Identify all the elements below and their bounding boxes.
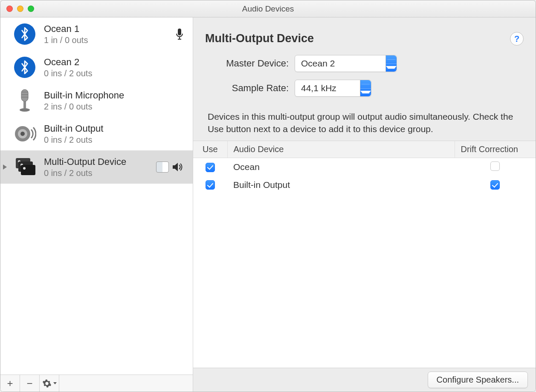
help-button[interactable]: ? bbox=[510, 32, 524, 46]
sidebar-toolbar: + − bbox=[0, 375, 193, 392]
finder-icon bbox=[156, 161, 169, 173]
window-controls bbox=[0, 6, 34, 12]
sample-rate-label: Sample Rate: bbox=[205, 83, 295, 94]
default-input-badge bbox=[176, 28, 188, 40]
gear-icon bbox=[42, 379, 52, 388]
expand-caret-icon[interactable] bbox=[3, 164, 7, 170]
content-split: Ocean 1 1 in / 0 outs Ocean 2 0 ins / 2 … bbox=[0, 17, 536, 392]
select-stepper-icon bbox=[385, 55, 397, 72]
svg-rect-4 bbox=[23, 101, 26, 108]
table-row[interactable]: Built-in Output bbox=[193, 176, 536, 193]
row-device-name: Ocean bbox=[227, 158, 455, 176]
device-io: 0 ins / 2 outs bbox=[44, 168, 149, 178]
sample-rate-row: Sample Rate: 44,1 kHz bbox=[205, 80, 524, 97]
table-row[interactable]: Ocean bbox=[193, 158, 536, 176]
output-devices-table: Use Audio Device Drift Correction Ocean bbox=[193, 141, 536, 368]
bluetooth-icon bbox=[12, 55, 37, 80]
drift-checkbox[interactable] bbox=[490, 180, 500, 190]
zoom-window-button[interactable] bbox=[28, 6, 34, 12]
device-name: Ocean 1 bbox=[44, 23, 169, 35]
device-text: Built-in Microphone 2 ins / 0 outs bbox=[44, 90, 188, 112]
svg-rect-3 bbox=[21, 89, 28, 101]
audio-devices-window: Audio Devices Ocean 1 1 in / 0 outs bbox=[0, 0, 536, 392]
group-description: Devices in this multi-output group will … bbox=[193, 110, 536, 141]
master-device-select[interactable]: Ocean 2 bbox=[295, 55, 397, 72]
col-header-device[interactable]: Audio Device bbox=[227, 141, 455, 158]
titlebar: Audio Devices bbox=[0, 0, 536, 17]
device-item-builtin-output[interactable]: Built-in Output 0 ins / 2 outs bbox=[0, 117, 193, 150]
use-checkbox[interactable] bbox=[206, 180, 215, 190]
window-title: Audio Devices bbox=[0, 4, 536, 14]
bluetooth-icon bbox=[12, 22, 37, 46]
device-io: 2 ins / 0 outs bbox=[44, 102, 188, 112]
close-window-button[interactable] bbox=[6, 6, 13, 12]
add-device-button[interactable]: + bbox=[0, 375, 20, 392]
device-item-ocean-1[interactable]: Ocean 1 1 in / 0 outs bbox=[0, 17, 193, 51]
svg-rect-0 bbox=[178, 29, 181, 35]
detail-title: Multi-Output Device bbox=[205, 32, 510, 45]
microphone-icon bbox=[176, 28, 183, 40]
col-header-use[interactable]: Use bbox=[193, 141, 227, 158]
select-stepper-icon bbox=[360, 80, 371, 96]
device-name: Built-in Output bbox=[44, 123, 188, 134]
remove-device-button[interactable]: − bbox=[20, 375, 40, 392]
col-header-drift[interactable]: Drift Correction bbox=[455, 141, 536, 158]
device-item-multi-output[interactable]: Multi-Output Device 0 ins / 2 outs bbox=[0, 150, 193, 184]
master-device-row: Master Device: Ocean 2 bbox=[205, 55, 524, 72]
detail-pane: Multi-Output Device ? Master Device: Oce… bbox=[193, 17, 536, 392]
detail-footer: Configure Speakers... bbox=[193, 368, 536, 392]
drift-checkbox[interactable] bbox=[490, 161, 500, 171]
device-text: Ocean 2 0 ins / 2 outs bbox=[44, 57, 188, 78]
help-icon: ? bbox=[514, 34, 519, 44]
device-sidebar: Ocean 1 1 in / 0 outs Ocean 2 0 ins / 2 … bbox=[0, 17, 193, 392]
device-text: Ocean 1 1 in / 0 outs bbox=[44, 23, 169, 45]
svg-rect-13 bbox=[21, 165, 35, 175]
device-name: Built-in Microphone bbox=[44, 90, 188, 101]
configure-speakers-button[interactable]: Configure Speakers... bbox=[428, 372, 528, 388]
svg-point-5 bbox=[20, 108, 30, 112]
sidebar-actions-menu[interactable] bbox=[40, 375, 59, 392]
use-checkbox[interactable] bbox=[206, 163, 215, 172]
speaker-icon bbox=[12, 121, 37, 146]
device-list: Ocean 1 1 in / 0 outs Ocean 2 0 ins / 2 … bbox=[0, 17, 193, 375]
device-name: Ocean 2 bbox=[44, 57, 188, 68]
device-item-builtin-mic[interactable]: Built-in Microphone 2 ins / 0 outs bbox=[0, 84, 193, 117]
device-name: Multi-Output Device bbox=[44, 156, 149, 167]
device-io: 0 ins / 2 outs bbox=[44, 135, 188, 145]
device-io: 1 in / 0 outs bbox=[44, 35, 169, 45]
device-item-ocean-2[interactable]: Ocean 2 0 ins / 2 outs bbox=[0, 51, 193, 84]
master-device-value: Ocean 2 bbox=[301, 58, 385, 69]
minimize-window-button[interactable] bbox=[17, 6, 23, 12]
row-device-name: Built-in Output bbox=[227, 176, 455, 193]
volume-icon bbox=[172, 162, 183, 172]
svg-point-8 bbox=[20, 132, 25, 136]
device-text: Multi-Output Device 0 ins / 2 outs bbox=[44, 156, 149, 178]
multi-output-icon bbox=[12, 155, 37, 179]
master-device-label: Master Device: bbox=[205, 58, 295, 69]
device-io: 0 ins / 2 outs bbox=[44, 69, 188, 78]
device-text: Built-in Output 0 ins / 2 outs bbox=[44, 123, 188, 145]
svg-point-14 bbox=[23, 167, 26, 170]
microphone-icon bbox=[12, 88, 37, 113]
sample-rate-select[interactable]: 44,1 kHz bbox=[295, 80, 371, 97]
sample-rate-value: 44,1 kHz bbox=[301, 83, 360, 93]
